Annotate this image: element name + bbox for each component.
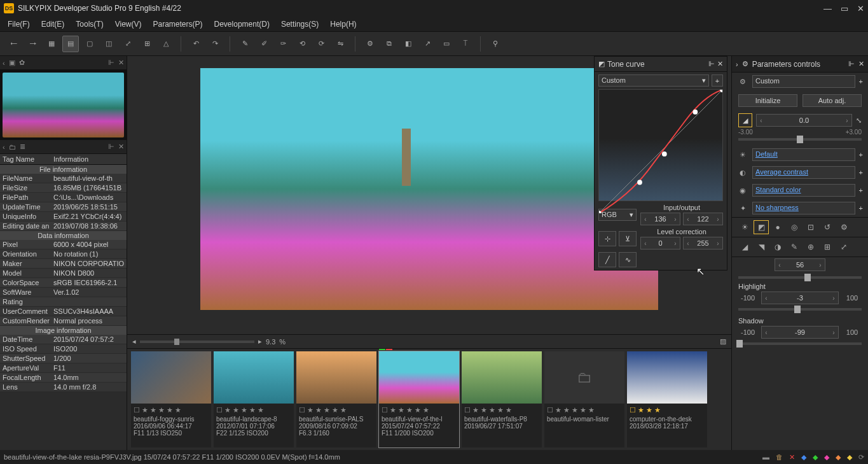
thumb-card[interactable]: ☐ ★ ★ ★ ★ ★beautiful-view-of-the-l2015/0…: [379, 351, 459, 447]
redo-icon[interactable]: ↷: [207, 36, 223, 52]
status-marker-icon[interactable]: ▬: [762, 453, 769, 461]
tone-output-spinner[interactable]: ‹122›: [683, 213, 723, 225]
develop-icon[interactable]: ⟙: [457, 36, 474, 52]
batch-icon[interactable]: ▭: [438, 36, 455, 52]
zoom-slider[interactable]: [140, 341, 254, 343]
maximize-icon[interactable]: ▭: [841, 4, 848, 13]
thumb-stars[interactable]: ☐ ★ ★ ★ ★ ★: [462, 405, 542, 416]
sat-slider[interactable]: [738, 276, 862, 279]
tone-white-spinner[interactable]: ‹255›: [683, 237, 723, 250]
list-icon[interactable]: ≣: [20, 143, 25, 151]
frame-icon[interactable]: ▢: [81, 36, 98, 52]
tone-input-spinner[interactable]: ‹136›: [640, 213, 680, 225]
tone-dock-icon[interactable]: ⊩: [708, 60, 715, 68]
contrast-add-icon[interactable]: +: [859, 169, 863, 176]
adj-color2-icon[interactable]: ◎: [787, 220, 802, 234]
folder-icon[interactable]: 🗀: [9, 143, 16, 151]
dock-icon-2[interactable]: ⊩: [108, 143, 114, 151]
prev-image-icon[interactable]: ⭠: [5, 36, 22, 52]
sharp-add-icon[interactable]: +: [859, 204, 863, 212]
panel-icon-2[interactable]: ✿: [19, 59, 25, 67]
adj-r2-6-icon[interactable]: ⊞: [820, 240, 835, 254]
thumb-card[interactable]: ☐ ★ ★ ★ ★ ★beautiful-waterfalls-P82019/0…: [462, 351, 542, 447]
thumb-card[interactable]: ☐ ★ ★ ★ ★ ★beautiful-landscape-82012/07/…: [214, 351, 294, 447]
status-x-icon[interactable]: ✕: [789, 453, 795, 461]
panel-close-icon[interactable]: ✕: [118, 59, 124, 67]
adj-crop-icon[interactable]: ⊡: [803, 220, 818, 234]
gear-icon[interactable]: ⚙: [362, 36, 378, 52]
shadow-slider[interactable]: [738, 342, 862, 345]
thumb-stars[interactable]: ☐ ★ ★ ★ ★ ★: [214, 405, 294, 416]
thumb-card[interactable]: ☐ ★ ★ ★ ★ ★beautiful-sunrise-PALS2009/08…: [296, 351, 376, 447]
highlight-spinner[interactable]: ‹-3›: [761, 292, 839, 304]
eraser-icon[interactable]: ◧: [400, 36, 417, 52]
zoom-in-icon[interactable]: ▸: [258, 337, 262, 346]
minimize-icon[interactable]: —: [823, 4, 832, 13]
edit-tool-1-icon[interactable]: ✎: [237, 36, 253, 52]
adj-curve-icon[interactable]: ◩: [754, 220, 769, 234]
rotate-cw-icon[interactable]: ⟳: [313, 36, 329, 52]
menu-tools[interactable]: Tools(T): [71, 18, 108, 31]
status-trash-icon[interactable]: 🗑: [776, 453, 783, 461]
color-dropdown[interactable]: Standard color: [752, 184, 855, 197]
status-tag-orange-icon[interactable]: ◆: [836, 453, 841, 461]
thumb-card[interactable]: 🗀☐ ★ ★ ★ ★ ★beautiful-woman-lister: [544, 351, 624, 447]
adj-r2-1-icon[interactable]: ◢: [737, 240, 752, 254]
tone-point-add-icon[interactable]: ⊹: [598, 231, 616, 246]
tone-close-icon[interactable]: ✕: [717, 60, 723, 68]
collapse-left-icon-2[interactable]: ‹: [3, 143, 5, 151]
tone-curve-graph[interactable]: [598, 89, 723, 201]
initialize-button[interactable]: Initialize: [738, 94, 797, 107]
thumb-card[interactable]: ☐ ★ ★ ★ ★ ★beautiful-foggy-sunris2016/09…: [131, 351, 211, 447]
status-tag-pink-icon[interactable]: ◆: [824, 453, 829, 461]
adj-r2-2-icon[interactable]: ◥: [754, 240, 769, 254]
close-icon[interactable]: ✕: [857, 4, 864, 13]
adj-reset-icon[interactable]: ↺: [820, 220, 835, 234]
shadow-spinner[interactable]: ‹-99›: [761, 326, 839, 339]
edit-tool-3-icon[interactable]: ✑: [275, 36, 291, 52]
edit-tool-2-icon[interactable]: ✐: [256, 36, 272, 52]
compare-icon[interactable]: ◫: [100, 36, 117, 52]
adj-r2-3-icon[interactable]: ◑: [770, 240, 785, 254]
warning-icon[interactable]: △: [158, 36, 174, 52]
next-image-icon[interactable]: ⭢: [24, 36, 41, 52]
preset-add-icon[interactable]: +: [859, 78, 863, 85]
menu-view[interactable]: View(V): [110, 18, 147, 31]
menu-file[interactable]: File(F): [3, 18, 35, 31]
rotate-ccw-icon[interactable]: ⟲: [294, 36, 310, 52]
menu-settings[interactable]: Settings(S): [276, 18, 324, 31]
table-icon[interactable]: ⊞: [139, 36, 155, 52]
exposure-reset-icon[interactable]: ⤡: [856, 116, 862, 125]
collapse-left-icon[interactable]: ‹: [3, 59, 5, 67]
search-icon[interactable]: ⚲: [487, 36, 504, 52]
preset-dropdown[interactable]: Custom: [752, 75, 855, 88]
status-refresh-icon[interactable]: ⟳: [858, 453, 864, 461]
exposure-spinner[interactable]: ‹0.0›: [756, 114, 852, 127]
flip-icon[interactable]: ⇋: [332, 36, 348, 52]
color-add-icon[interactable]: +: [859, 186, 863, 194]
expand-right-icon[interactable]: ›: [736, 60, 738, 68]
status-tag-yellow-icon[interactable]: ◆: [847, 453, 852, 461]
adj-sphere-icon[interactable]: ●: [770, 220, 785, 234]
adj-r2-4-icon[interactable]: ✎: [787, 240, 802, 254]
dock-icon[interactable]: ⊩: [108, 59, 114, 67]
grid-icon[interactable]: ▦: [43, 36, 60, 52]
auto-adj-button[interactable]: Auto adj.: [803, 94, 862, 107]
zoom-out-icon[interactable]: ◂: [132, 337, 136, 346]
tone-preset-dropdown[interactable]: Custom▾: [598, 74, 709, 87]
navigator-preview[interactable]: [0, 70, 127, 140]
preview-area[interactable]: ◩ Tone curve ⊩ ✕ Custom▾ +: [127, 56, 731, 334]
status-tag-blue-icon[interactable]: ◆: [801, 453, 806, 461]
panel-close-icon-2[interactable]: ✕: [118, 143, 124, 151]
menu-edit[interactable]: Edit(E): [36, 18, 70, 31]
contrast-dropdown[interactable]: Average contrast: [752, 166, 855, 179]
fit-icon[interactable]: ▨: [720, 337, 726, 346]
wb-dropdown[interactable]: Default: [752, 148, 855, 161]
thumb-stars[interactable]: ☐ ★ ★ ★ ★ ★: [379, 405, 459, 416]
status-tag-green-icon[interactable]: ◆: [813, 453, 818, 461]
adj-r2-5-icon[interactable]: ⊕: [803, 240, 818, 254]
sharp-dropdown[interactable]: No sharpness: [752, 202, 855, 214]
menu-help[interactable]: Help(H): [325, 18, 361, 31]
undo-icon[interactable]: ↶: [188, 36, 204, 52]
wb-add-icon[interactable]: +: [859, 151, 863, 158]
